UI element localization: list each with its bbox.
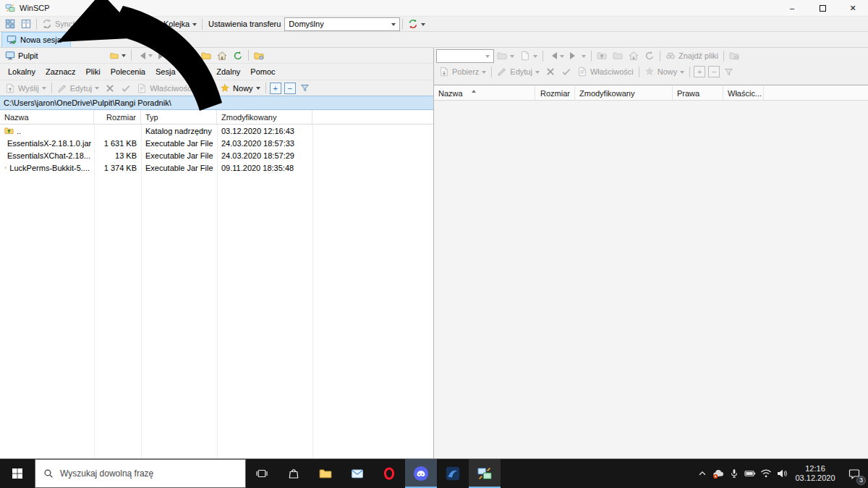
root-directory-button[interactable] xyxy=(198,49,214,63)
local-path-bar[interactable]: C:\Users\jaron\OneDrive\Pulpit\Rangi Por… xyxy=(0,96,433,110)
dropdown-icon xyxy=(421,23,425,28)
toolbar-separator xyxy=(265,83,266,93)
winscp-taskbar-button[interactable] xyxy=(469,459,501,488)
onedrive-sync-error-button[interactable] xyxy=(710,459,726,488)
dropdown-icon xyxy=(582,55,586,60)
tray-expand-button[interactable] xyxy=(694,459,710,488)
microphone-tray-button[interactable] xyxy=(726,459,742,488)
menu-opcje[interactable]: Opcje xyxy=(181,64,212,79)
dropdown-icon xyxy=(535,71,540,76)
action-center-button[interactable]: 3 xyxy=(841,459,868,488)
remote-delete-button xyxy=(542,64,558,79)
local-drive-combo[interactable]: Pulpit xyxy=(2,49,107,63)
mail-button[interactable] xyxy=(341,459,373,488)
volume-tray-button[interactable] xyxy=(774,459,790,488)
battery-tray-button[interactable] xyxy=(742,459,758,488)
remote-root-directory-button xyxy=(610,49,626,63)
task-view-button[interactable] xyxy=(246,459,278,488)
winscp-app-icon xyxy=(477,466,493,481)
edit-button[interactable]: Edytuj xyxy=(54,81,103,96)
menu-zaznacz[interactable]: Zaznacz xyxy=(41,64,81,79)
menu-zdalny[interactable]: Zdalny xyxy=(211,64,245,79)
remote-file-list[interactable] xyxy=(434,101,868,458)
parent-directory-button[interactable] xyxy=(182,49,198,63)
refresh-button[interactable] xyxy=(230,49,246,63)
filter-button[interactable] xyxy=(297,81,312,96)
forward-button[interactable] xyxy=(156,49,177,63)
rename-button[interactable] xyxy=(118,81,134,96)
folder-icon xyxy=(497,51,507,61)
close-button[interactable]: ✕ xyxy=(838,0,868,16)
minimize-button[interactable]: – xyxy=(777,0,807,16)
file-row-parent-directory[interactable]: .. Katalog nadrzędny 03.12.2020 12:16:43 xyxy=(0,125,433,137)
compare-directories-button[interactable] xyxy=(111,17,127,31)
remote-edit-button: Edytuj xyxy=(494,64,542,79)
menu-lokalny[interactable]: Lokalny xyxy=(3,64,41,79)
remote-column-header-nazwa[interactable]: Nazwa xyxy=(434,86,535,100)
discord-button[interactable] xyxy=(405,459,437,488)
file-row[interactable]: LuckPerms-Bukkit-5.... 1 374 KB Executab… xyxy=(0,161,433,174)
toolbar-separator xyxy=(129,19,129,30)
file-row[interactable]: EssentialsXChat-2.18... 13 KB Executable… xyxy=(0,149,433,161)
preferences-button[interactable] xyxy=(132,17,148,31)
toolbar-separator xyxy=(402,19,403,30)
forward-icon xyxy=(158,52,167,59)
remote-command-toolbar: Pobierz Edytuj Właściwości xyxy=(434,64,868,80)
columns-button[interactable] xyxy=(18,17,34,31)
menu-polecenia[interactable]: Polecenia xyxy=(106,64,150,79)
taskbar-search-box[interactable]: Wyszukaj dowolną frazę xyxy=(35,459,246,488)
commander-layout-button[interactable] xyxy=(2,17,18,31)
remote-column-header-rozmiar[interactable]: Rozmiar xyxy=(535,86,575,100)
blue-app-button[interactable] xyxy=(437,459,469,488)
taskbar: Wyszukaj dowolną frazę 12:16 03.12.2020 … xyxy=(0,459,868,488)
forward-icon xyxy=(570,52,579,59)
remote-directory-combo xyxy=(436,49,494,63)
column-header-zmodyfikowany[interactable]: Zmodyfikowany xyxy=(217,110,312,124)
remote-column-header-prawa[interactable]: Prawa xyxy=(673,86,723,100)
upload-button[interactable]: Wyślij xyxy=(2,81,49,96)
remote-column-header-zmodyfikowany[interactable]: Zmodyfikowany xyxy=(575,86,673,100)
file-explorer-button[interactable] xyxy=(310,459,341,488)
back-button[interactable] xyxy=(134,49,156,63)
new-star-icon xyxy=(644,67,655,77)
column-header-nazwa[interactable]: Nazwa xyxy=(0,110,94,124)
local-list-header: Nazwa Rozmiar Typ Zmodyfikowany xyxy=(0,110,433,125)
new-button[interactable]: Nowy xyxy=(217,81,263,96)
start-button[interactable] xyxy=(0,459,35,488)
maximize-button[interactable] xyxy=(807,0,838,16)
transfer-mode-button[interactable] xyxy=(405,17,428,31)
permissions-button[interactable] xyxy=(196,81,212,96)
opera-button[interactable] xyxy=(373,459,405,488)
queue-button[interactable]: Kolejka xyxy=(148,17,200,31)
taskbar-clock[interactable]: 12:16 03.12.2020 xyxy=(790,464,841,483)
network-tray-button[interactable] xyxy=(758,459,774,488)
column-header-typ[interactable]: Typ xyxy=(141,110,217,124)
new-star-icon xyxy=(220,83,230,93)
menu-pliki[interactable]: Pliki xyxy=(81,64,106,79)
select-add-button[interactable]: + xyxy=(270,83,281,94)
file-row[interactable]: EssentialsX-2.18.1.0.jar 1 631 KB Execut… xyxy=(0,137,433,149)
notification-badge: 3 xyxy=(856,476,866,485)
directory-tree-button[interactable] xyxy=(107,49,129,63)
toolbar-separator xyxy=(591,51,592,62)
select-remove-button[interactable]: − xyxy=(284,83,296,94)
dropdown-icon xyxy=(42,87,46,92)
remote-open-in-explorer-button xyxy=(726,49,742,63)
synchronize-button[interactable]: Synchronizuj xyxy=(39,17,111,31)
open-directory-button[interactable] xyxy=(251,49,267,63)
menu-sesja[interactable]: Sesja xyxy=(150,64,181,79)
toolbar-separator xyxy=(689,67,690,77)
column-header-rozmiar[interactable]: Rozmiar xyxy=(94,110,141,124)
properties-button[interactable]: Właściwości xyxy=(134,81,196,96)
tab-new-session[interactable]: Nowa sesja xyxy=(1,32,71,47)
home-icon xyxy=(629,51,639,61)
remote-column-header-wlasciciel[interactable]: Właścic... xyxy=(723,86,764,100)
dropdown-icon xyxy=(485,55,490,60)
delete-button[interactable] xyxy=(102,81,118,96)
dropdown-icon xyxy=(560,55,564,60)
microsoft-store-button[interactable] xyxy=(278,459,310,488)
menu-pomoc[interactable]: Pomoc xyxy=(245,64,280,79)
home-directory-button[interactable] xyxy=(214,49,230,63)
transfer-settings-combo[interactable]: Domyślny xyxy=(284,17,400,31)
local-file-list[interactable]: .. Katalog nadrzędny 03.12.2020 12:16:43… xyxy=(0,125,433,458)
